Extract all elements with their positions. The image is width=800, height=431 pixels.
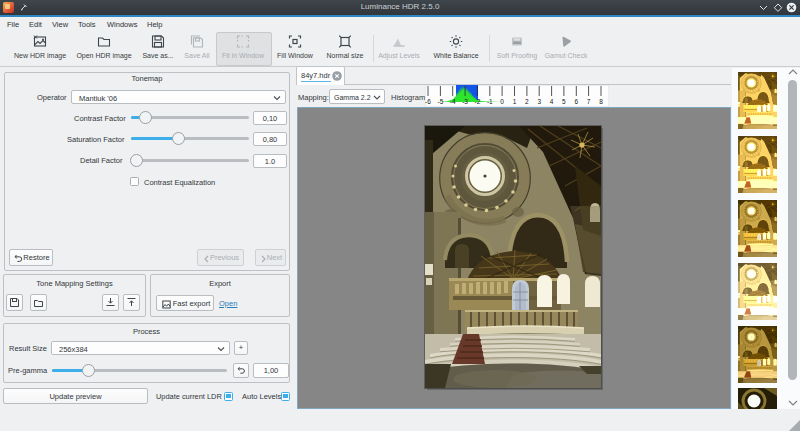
svg-text:-4: -4	[450, 98, 456, 105]
svg-text:8: 8	[599, 98, 603, 105]
svg-text:4: 4	[550, 98, 554, 105]
svg-text:6: 6	[574, 98, 578, 105]
svg-text:-5: -5	[438, 98, 444, 105]
svg-text:7: 7	[587, 98, 591, 105]
svg-text:0: 0	[500, 98, 504, 105]
svg-text:-1: -1	[487, 98, 493, 105]
svg-text:5: 5	[562, 98, 566, 105]
svg-text:1: 1	[513, 98, 517, 105]
svg-text:3: 3	[537, 98, 541, 105]
svg-text:-2: -2	[475, 98, 481, 105]
svg-text:2: 2	[525, 98, 529, 105]
svg-text:-3: -3	[462, 98, 468, 105]
svg-text:-6: -6	[425, 98, 431, 105]
